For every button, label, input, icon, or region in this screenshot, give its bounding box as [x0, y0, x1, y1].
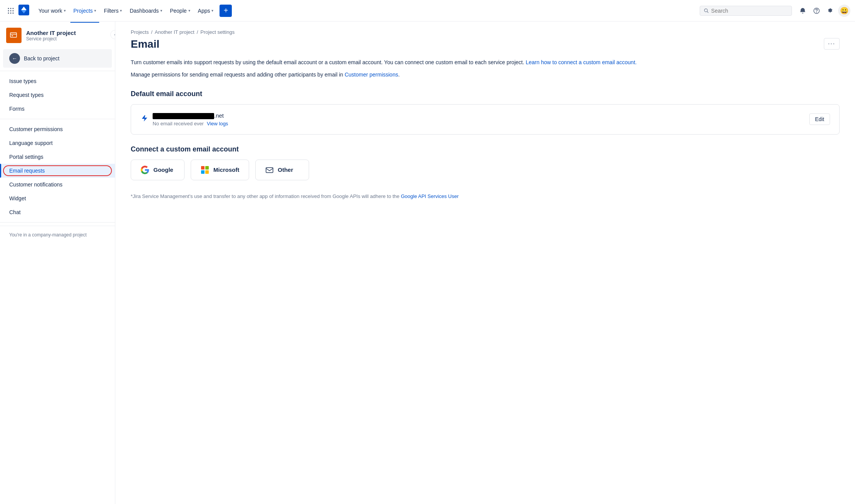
- svg-point-7: [10, 12, 12, 13]
- sidebar-item-email-requests-label: Email requests: [9, 168, 45, 174]
- more-options-button[interactable]: ···: [824, 38, 840, 50]
- back-to-project-button[interactable]: ← Back to project: [3, 49, 112, 68]
- other-provider-label: Other: [278, 166, 293, 173]
- nav-people-chevron: ▾: [188, 8, 190, 13]
- sidebar-item-widget[interactable]: Widget: [0, 191, 115, 205]
- project-name: Another IT project: [26, 30, 109, 36]
- sidebar-item-language-support-label: Language support: [9, 140, 53, 146]
- sidebar-item-chat-label: Chat: [9, 209, 21, 215]
- nav-projects-label: Projects: [73, 8, 93, 14]
- other-provider-button[interactable]: Other: [255, 160, 309, 180]
- svg-point-3: [8, 10, 9, 11]
- nav-projects[interactable]: Projects ▾: [70, 5, 100, 16]
- sidebar-item-request-types[interactable]: Request types: [0, 88, 115, 102]
- google-provider-label: Google: [153, 166, 173, 173]
- sidebar: Another IT project Service project ‹ ← B…: [0, 22, 115, 504]
- nav-dashboards-label: Dashboards: [130, 8, 159, 14]
- create-button[interactable]: +: [220, 5, 232, 17]
- project-icon: [6, 28, 22, 43]
- top-navigation: Your work ▾ Projects ▾ Filters ▾ Dashboa…: [0, 0, 855, 22]
- jira-logo[interactable]: [18, 5, 31, 17]
- sidebar-item-forms-label: Forms: [9, 106, 25, 112]
- project-type: Service project: [26, 36, 109, 42]
- email-redacted-part: [153, 113, 214, 119]
- breadcrumb-current: Project settings: [200, 29, 235, 35]
- search-input[interactable]: [711, 8, 788, 14]
- breadcrumb-sep-1: /: [151, 29, 153, 35]
- svg-point-2: [13, 8, 14, 9]
- microsoft-icon: [200, 165, 210, 175]
- custom-email-section-title: Connect a custom email account: [131, 145, 840, 153]
- edit-button[interactable]: Edit: [809, 113, 830, 125]
- google-icon: [140, 165, 150, 175]
- learn-more-link[interactable]: Learn how to connect a custom email acco…: [526, 59, 637, 65]
- sidebar-item-customer-permissions[interactable]: Customer permissions: [0, 122, 115, 136]
- sidebar-item-issue-types[interactable]: Issue types: [0, 74, 115, 88]
- sidebar-item-request-types-label: Request types: [9, 92, 44, 98]
- svg-point-4: [10, 10, 12, 11]
- svg-point-0: [8, 8, 9, 9]
- nav-your-work[interactable]: Your work ▾: [35, 5, 69, 16]
- sidebar-item-customer-notifications[interactable]: Customer notifications: [0, 178, 115, 191]
- nav-your-work-chevron: ▾: [64, 8, 66, 13]
- back-arrow-icon: ←: [9, 53, 20, 64]
- settings-button[interactable]: [824, 5, 837, 17]
- nav-filters[interactable]: Filters ▾: [101, 5, 125, 16]
- breadcrumb-projects[interactable]: Projects: [131, 29, 149, 35]
- nav-filters-chevron: ▾: [120, 8, 122, 13]
- notifications-button[interactable]: [797, 5, 809, 17]
- provider-buttons-group: Google Microsoft: [131, 160, 840, 180]
- grid-icon[interactable]: [5, 5, 17, 17]
- customer-permissions-link[interactable]: Customer permissions: [344, 72, 398, 78]
- nav-dashboards-chevron: ▾: [160, 8, 162, 13]
- sidebar-item-portal-settings-label: Portal settings: [9, 154, 43, 160]
- footer-note: *Jira Service Management's use and trans…: [131, 193, 840, 200]
- sidebar-item-chat[interactable]: Chat: [0, 205, 115, 219]
- description-1: Turn customer emails into support reques…: [131, 58, 840, 67]
- breadcrumb-project-name[interactable]: Another IT project: [155, 29, 195, 35]
- sidebar-collapse-button[interactable]: ‹: [110, 30, 115, 39]
- sidebar-item-email-requests[interactable]: Email requests: [0, 164, 115, 178]
- email-status: No email received ever View logs: [153, 121, 805, 126]
- google-api-services-link[interactable]: Google API Services User: [401, 193, 459, 199]
- sidebar-item-widget-label: Widget: [9, 195, 26, 201]
- default-email-section-title: Default email account: [131, 90, 840, 98]
- main-content: Projects / Another IT project / Project …: [115, 22, 855, 504]
- sidebar-footer: You're in a company-managed project: [0, 226, 115, 244]
- svg-rect-16: [12, 35, 13, 36]
- nav-apps[interactable]: Apps ▾: [195, 5, 217, 16]
- breadcrumb: Projects / Another IT project / Project …: [131, 22, 840, 38]
- page-title: Email: [131, 38, 160, 50]
- sidebar-divider-3: [0, 222, 115, 223]
- email-info: .net No email received ever View logs: [153, 112, 805, 126]
- description-2: Manage permissions for sending email req…: [131, 70, 840, 79]
- google-provider-button[interactable]: Google: [131, 160, 185, 180]
- microsoft-provider-label: Microsoft: [213, 166, 240, 173]
- svg-point-8: [13, 12, 14, 13]
- email-address: .net: [153, 112, 805, 119]
- nav-apps-chevron: ▾: [211, 8, 213, 13]
- user-avatar[interactable]: 😀: [838, 5, 850, 17]
- svg-point-5: [13, 10, 14, 11]
- svg-point-1: [10, 8, 12, 9]
- app-layout: Another IT project Service project ‹ ← B…: [0, 22, 855, 504]
- back-to-project-label: Back to project: [24, 55, 60, 62]
- sidebar-item-portal-settings[interactable]: Portal settings: [0, 150, 115, 164]
- nav-dashboards[interactable]: Dashboards ▾: [126, 5, 165, 16]
- sidebar-divider-2: [0, 119, 115, 119]
- nav-projects-chevron: ▾: [94, 8, 96, 13]
- nav-people[interactable]: People ▾: [167, 5, 193, 16]
- search-icon: [704, 8, 709, 13]
- sidebar-divider-1: [0, 71, 115, 71]
- svg-line-11: [707, 11, 708, 12]
- microsoft-provider-button[interactable]: Microsoft: [191, 160, 249, 180]
- view-logs-link[interactable]: View logs: [207, 121, 228, 126]
- search-bar[interactable]: [700, 6, 792, 16]
- breadcrumb-sep-2: /: [197, 29, 198, 35]
- sidebar-item-forms[interactable]: Forms: [0, 102, 115, 116]
- lightning-icon: [140, 115, 148, 124]
- sidebar-item-language-support[interactable]: Language support: [0, 136, 115, 150]
- svg-point-6: [8, 12, 9, 13]
- project-info: Another IT project Service project: [26, 30, 109, 42]
- help-button[interactable]: [810, 5, 823, 17]
